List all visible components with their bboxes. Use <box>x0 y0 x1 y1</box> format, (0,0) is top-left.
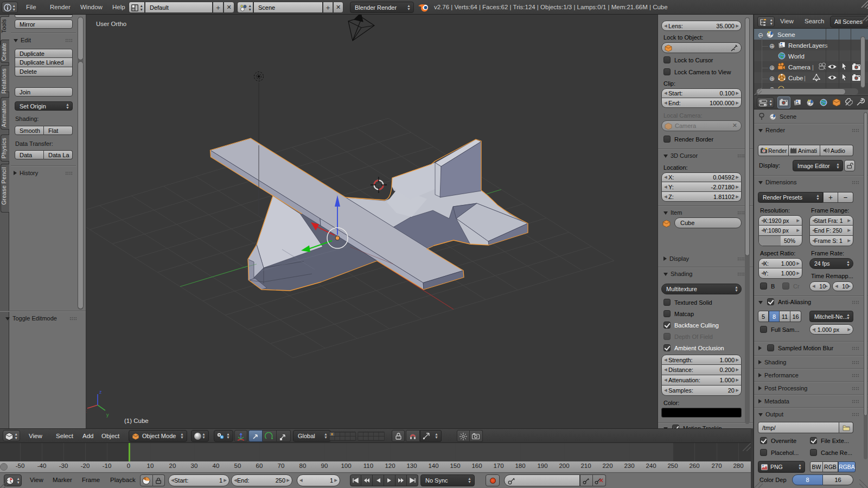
svg-text:(1) Cube: (1) Cube <box>124 418 149 424</box>
svg-text:z: z <box>99 389 102 395</box>
svg-text:y: y <box>106 412 109 418</box>
svg-text:User Ortho: User Ortho <box>96 21 126 27</box>
svg-text:x: x <box>86 408 87 414</box>
